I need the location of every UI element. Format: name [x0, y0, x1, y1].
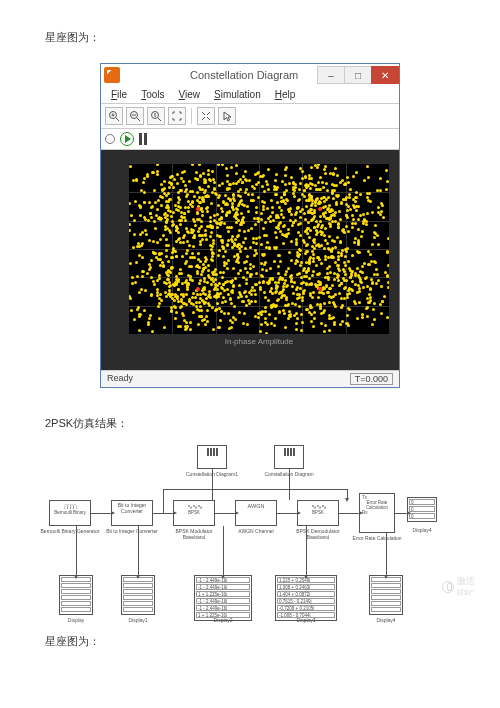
- block-constellation-1: [197, 445, 227, 469]
- record-icon[interactable]: [105, 134, 115, 144]
- maximize-button[interactable]: □: [344, 66, 372, 84]
- titlebar: Constellation Diagram – □ ✕: [101, 64, 399, 86]
- block-display0: [59, 575, 93, 615]
- zoom-y-button[interactable]: [147, 107, 165, 125]
- status-time: T=0.000: [350, 373, 393, 385]
- menu-bar: File Tools View Simulation Help: [101, 86, 399, 104]
- label-display2: Display2: [193, 617, 253, 623]
- constellation-window: Constellation Diagram – □ ✕ File Tools V…: [100, 63, 400, 388]
- block-demodulator: ∿∿∿BPSK: [297, 500, 339, 526]
- block-constellation-2: [274, 445, 304, 469]
- zoom-x-button[interactable]: [126, 107, 144, 125]
- label-display4b: Display4: [356, 617, 416, 623]
- block-awgn: AWGN: [235, 500, 277, 526]
- block-generator: ⎍⎍⎍⎍Bernoulli Binary: [49, 500, 91, 526]
- watermark: 激活 转到": [442, 575, 475, 598]
- zoom-in-button[interactable]: [105, 107, 123, 125]
- toolbar-sim: [101, 129, 399, 150]
- simulink-diagram: Constellation Diagram1 Constellation Dia…: [49, 445, 439, 630]
- block-display4b: [369, 575, 403, 615]
- label-display4: Display4: [392, 527, 452, 533]
- autoscale-button[interactable]: [168, 107, 186, 125]
- status-ready: Ready: [107, 373, 133, 385]
- block-display3: 1.225 + 0.2549i1.008 + 0.2463i1.404 + 0.…: [275, 575, 337, 621]
- scatter-plot: -1-0.500.51 -1-0.500.51: [129, 164, 389, 334]
- menu-view[interactable]: View: [172, 88, 206, 101]
- menu-tools[interactable]: Tools: [135, 88, 170, 101]
- plot-panel: Quadrature Amplitude -1-0.500.51 -1-0.50…: [101, 150, 399, 370]
- label-modulator: BPSK Modulator Baseband: [164, 528, 224, 540]
- toolbar-main: [101, 104, 399, 129]
- section-heading-3: 星座图为：: [45, 634, 455, 649]
- select-button[interactable]: [218, 107, 236, 125]
- section-heading-2: 2PSK仿真结果：: [45, 416, 455, 431]
- play-button[interactable]: [120, 132, 134, 146]
- menu-simulation[interactable]: Simulation: [208, 88, 267, 101]
- x-axis-label: In-phase Amplitude: [129, 337, 389, 346]
- section-heading-1: 星座图为：: [45, 30, 455, 45]
- label-display1: Display1: [108, 617, 168, 623]
- svg-line-8: [158, 118, 161, 121]
- label-display3: Display3: [276, 617, 336, 623]
- label-awgn: AWGN Channel: [226, 528, 286, 534]
- label-converter: Bit to Integer Converter: [102, 528, 162, 534]
- svg-line-1: [116, 118, 119, 121]
- status-bar: Ready T=0.000: [101, 370, 399, 387]
- label-generator: Bernoulli Binary Generator: [40, 528, 100, 534]
- svg-line-5: [137, 118, 140, 121]
- block-display1: [121, 575, 155, 615]
- minimize-button[interactable]: –: [317, 66, 345, 84]
- label-display0: Display: [46, 617, 106, 623]
- block-display2: -1 - 2.449e-16i-1 - 2.449e-16i1 + 1.225e…: [194, 575, 252, 621]
- expand-button[interactable]: [197, 107, 215, 125]
- block-modulator: ∿∿∿BPSK: [173, 500, 215, 526]
- menu-file[interactable]: File: [105, 88, 133, 101]
- label-demodulator: BPSK Demodulator Baseband: [288, 528, 348, 540]
- block-converter: Bit to Integer Converter: [111, 500, 153, 526]
- block-display-right: 0 0 0: [407, 497, 437, 522]
- menu-help[interactable]: Help: [269, 88, 302, 101]
- lock-icon: [442, 581, 454, 593]
- matlab-icon: [104, 67, 120, 83]
- pause-button[interactable]: [139, 133, 147, 145]
- window-title: Constellation Diagram: [190, 69, 318, 81]
- label-error-rate: Error Rate Calculation: [347, 535, 407, 541]
- block-error-rate: Tx Error Rate Calculation Rx: [359, 493, 395, 533]
- close-button[interactable]: ✕: [371, 66, 399, 84]
